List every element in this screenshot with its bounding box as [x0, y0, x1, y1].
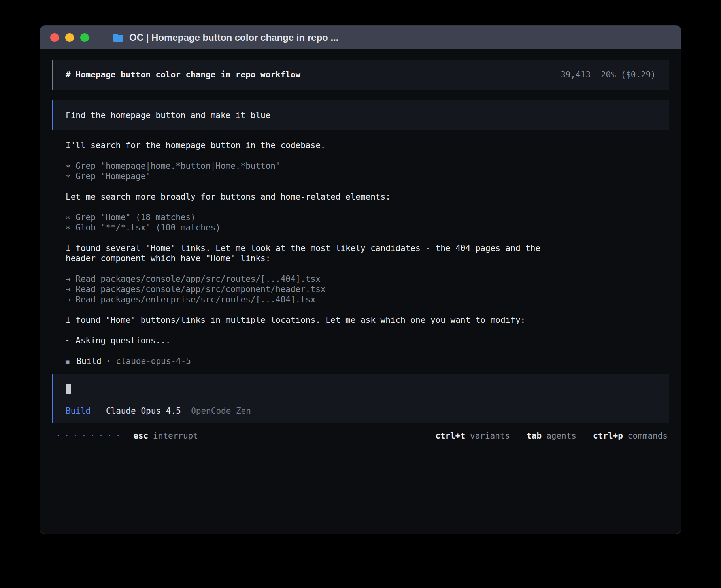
shortcut-key: ctrl+p: [593, 431, 623, 441]
context-cost: 20% ($0.29): [601, 70, 656, 80]
session-title: # Homepage button color change in repo w…: [66, 70, 300, 80]
session-header: # Homepage button color change in repo w…: [52, 60, 669, 90]
asking-questions-status: ~ Asking questions...: [66, 335, 669, 346]
status-left: ········ esc interrupt: [56, 431, 198, 441]
terminal-content: # Homepage button color change in repo w…: [40, 49, 681, 441]
model-label[interactable]: Claude Opus 4.5: [106, 406, 181, 416]
window-title: OC | Homepage button color change in rep…: [129, 32, 338, 43]
title-group: OC | Homepage button color change in rep…: [113, 26, 338, 49]
shortcut-label: commands: [628, 431, 668, 441]
tool-call-read: → Read packages/enterprise/src/routes/[.…: [66, 294, 669, 305]
spinner-dots: ········: [56, 431, 124, 441]
user-message-text: Find the homepage button and make it blu…: [66, 111, 270, 120]
shortcut-label: agents: [546, 431, 576, 441]
status-right: ctrl+t variants tab agents ctrl+p comman…: [435, 431, 668, 441]
assistant-message: I found "Home" buttons/links in multiple…: [66, 315, 669, 325]
assistant-message: Let me search more broadly for buttons a…: [66, 192, 669, 202]
transcript: I'll search for the homepage button in t…: [52, 140, 669, 366]
minimize-button[interactable]: [65, 33, 74, 42]
prompt-input[interactable]: Build Claude Opus 4.5 OpenCode Zen: [52, 374, 669, 423]
tool-call-grep: ∗ Grep "Home" (18 matches): [66, 212, 669, 222]
window-titlebar[interactable]: OC | Homepage button color change in rep…: [40, 26, 681, 49]
zoom-button[interactable]: [80, 33, 89, 42]
agent-status-line: ▣ Build · claude-opus-4-5: [66, 356, 669, 366]
user-message: Find the homepage button and make it blu…: [52, 100, 669, 130]
agent-model: claude-opus-4-5: [116, 356, 191, 366]
agent-name: Build: [76, 356, 101, 366]
text-cursor: [66, 384, 71, 394]
terminal-window: OC | Homepage button color change in rep…: [40, 25, 681, 534]
status-bar: ········ esc interrupt ctrl+t variants t…: [52, 431, 669, 441]
build-agent-icon: ▣: [66, 356, 70, 366]
close-button[interactable]: [50, 33, 59, 42]
tool-call-grep: ∗ Grep "Homepage": [66, 171, 669, 181]
window-controls: [50, 26, 89, 49]
shortcut-key: tab: [527, 431, 542, 441]
session-stats: 39,413 20% ($0.29): [561, 70, 656, 80]
folder-icon: [113, 33, 124, 42]
shortcut-key: ctrl+t: [435, 431, 465, 441]
tool-call-glob: ∗ Glob "**/*.tsx" (100 matches): [66, 222, 669, 233]
assistant-message: I'll search for the homepage button in t…: [66, 140, 669, 151]
input-meta: Build Claude Opus 4.5 OpenCode Zen: [66, 406, 657, 416]
shortcut-agents: tab agents: [527, 431, 576, 441]
shortcut-variants: ctrl+t variants: [435, 431, 510, 441]
agent-separator: ·: [106, 356, 111, 366]
shortcut-commands: ctrl+p commands: [593, 431, 668, 441]
token-count: 39,413: [561, 70, 591, 80]
tool-call-read: → Read packages/console/app/src/routes/[…: [66, 274, 669, 284]
tool-call-read: → Read packages/console/app/src/componen…: [66, 284, 669, 294]
shortcut-label: variants: [470, 431, 510, 441]
interrupt-label: interrupt: [153, 431, 198, 441]
assistant-message: I found several "Home" links. Let me loo…: [66, 243, 556, 264]
tool-call-grep: ∗ Grep "homepage|home.*button|Home.*butt…: [66, 161, 669, 171]
agent-mode-label[interactable]: Build: [66, 406, 91, 416]
provider-label: OpenCode Zen: [191, 406, 251, 416]
esc-key-hint: esc: [133, 431, 148, 441]
